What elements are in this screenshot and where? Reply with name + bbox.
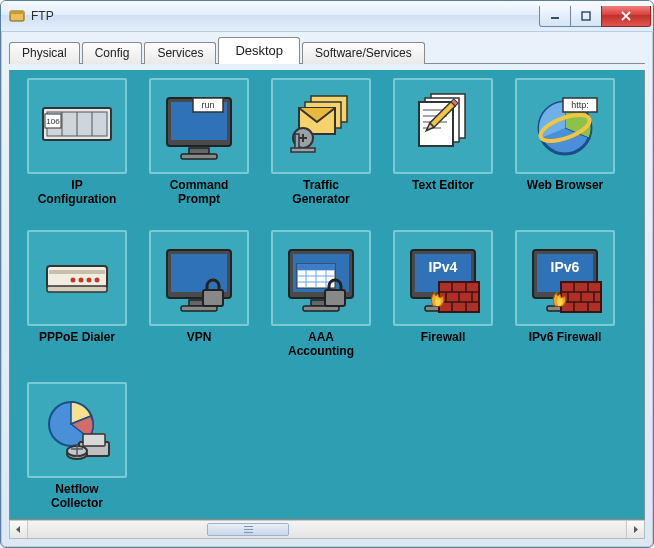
app-web-browser[interactable]: http: Web Browser	[506, 78, 624, 228]
svg-point-40	[71, 278, 76, 283]
traffic-generator-icon	[271, 78, 371, 174]
tab-config[interactable]: Config	[82, 42, 143, 64]
svg-rect-43	[297, 264, 335, 270]
svg-rect-35	[47, 266, 107, 288]
app-label: IPv6 Firewall	[529, 330, 602, 344]
app-netflow-collector[interactable]: NetflowCollector	[18, 382, 136, 520]
app-ipv6-firewall[interactable]: IPv6 IPv6 Firewall	[506, 230, 624, 380]
tabs-row: PhysicalConfigServicesDesktopSoftware/Se…	[1, 32, 653, 63]
app-text-editor[interactable]: Text Editor	[384, 78, 502, 228]
svg-rect-41	[47, 286, 107, 292]
minimize-button[interactable]	[539, 6, 571, 27]
maximize-button[interactable]	[570, 6, 602, 27]
app-label: NetflowCollector	[51, 482, 103, 510]
text-editor-icon	[393, 78, 493, 174]
tab-physical[interactable]: Physical	[9, 42, 80, 64]
app-label: Text Editor	[412, 178, 474, 192]
app-icon	[9, 8, 25, 24]
tab-desktop[interactable]: Desktop	[218, 37, 300, 64]
app-command-prompt[interactable]: run CommandPrompt	[140, 78, 258, 228]
ip-config-icon: 106	[27, 78, 127, 174]
apps-grid: 106 IPConfiguration run CommandPrompt Tr…	[18, 78, 636, 520]
app-pppoe-dialer[interactable]: PPPoE Dialer	[18, 230, 136, 380]
app-label: Web Browser	[527, 178, 603, 192]
firewall-ipv4-icon: IPv4	[393, 230, 493, 326]
app-aaa-accounting[interactable]: AAAAccounting	[262, 230, 380, 380]
app-window: FTP PhysicalConfigServicesDesktopSoftwar…	[0, 0, 654, 548]
desktop-panel: 106 IPConfiguration run CommandPrompt Tr…	[9, 70, 645, 520]
horizontal-scrollbar[interactable]	[9, 520, 645, 539]
firewall-ipv6-icon: IPv6	[515, 230, 615, 326]
app-vpn[interactable]: VPN	[140, 230, 258, 380]
svg-rect-36	[49, 270, 105, 274]
pppoe-dialer-icon	[27, 230, 127, 326]
svg-rect-1	[10, 11, 24, 14]
app-label: TrafficGenerator	[292, 178, 349, 206]
svg-rect-48	[83, 434, 105, 446]
app-label: VPN	[187, 330, 212, 344]
svg-point-38	[87, 278, 92, 283]
svg-text:106: 106	[46, 117, 60, 126]
window-title: FTP	[31, 9, 540, 23]
web-browser-icon: http:	[515, 78, 615, 174]
app-ip-configuration[interactable]: 106 IPConfiguration	[18, 78, 136, 228]
window-buttons	[540, 6, 651, 26]
app-label: IPConfiguration	[38, 178, 117, 206]
app-label: AAAAccounting	[288, 330, 354, 358]
netflow-collector-icon	[27, 382, 127, 478]
app-traffic-generator[interactable]: TrafficGenerator	[262, 78, 380, 228]
scroll-right-button[interactable]	[626, 521, 644, 538]
titlebar: FTP	[1, 1, 653, 32]
svg-point-39	[95, 278, 100, 283]
svg-text:IPv4: IPv4	[429, 259, 458, 275]
tab-services[interactable]: Services	[144, 42, 216, 64]
scroll-left-button[interactable]	[10, 521, 28, 538]
svg-rect-19	[291, 148, 315, 152]
app-label: CommandPrompt	[170, 178, 229, 206]
scroll-track[interactable]	[28, 521, 626, 538]
tab-software-services[interactable]: Software/Services	[302, 42, 425, 64]
aaa-accounting-icon	[271, 230, 371, 326]
app-label: Firewall	[421, 330, 466, 344]
command-prompt-icon: run	[149, 78, 249, 174]
svg-rect-3	[582, 12, 590, 20]
app-firewall[interactable]: IPv4 Firewall	[384, 230, 502, 380]
svg-text:IPv6: IPv6	[551, 259, 580, 275]
vpn-icon	[149, 230, 249, 326]
close-button[interactable]	[601, 6, 651, 27]
content-area: 106 IPConfiguration run CommandPrompt Tr…	[1, 64, 653, 547]
scroll-thumb[interactable]	[207, 523, 289, 536]
svg-text:http:: http:	[571, 100, 589, 110]
app-label: PPPoE Dialer	[39, 330, 115, 344]
svg-text:run: run	[201, 100, 214, 110]
svg-point-37	[79, 278, 84, 283]
svg-rect-2	[551, 17, 559, 19]
